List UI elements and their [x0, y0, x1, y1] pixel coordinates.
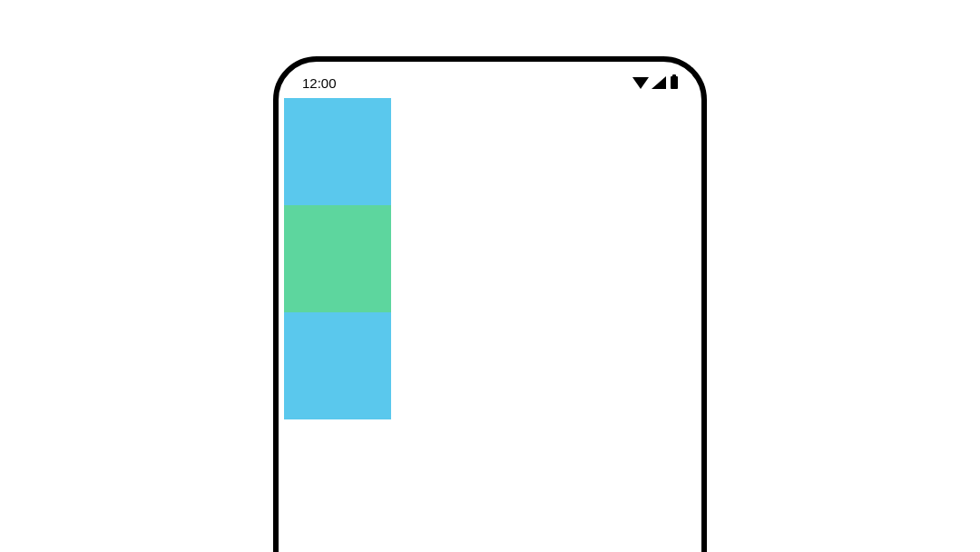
color-block-top	[284, 98, 391, 205]
color-column	[284, 98, 391, 419]
signal-icon	[652, 76, 666, 89]
battery-icon	[671, 76, 678, 89]
phone-frame: 12:00	[273, 56, 707, 552]
color-block-middle	[284, 205, 391, 312]
wifi-icon	[632, 77, 649, 89]
status-time: 12:00	[302, 75, 337, 91]
status-bar: 12:00	[279, 62, 701, 98]
content-area	[279, 98, 701, 419]
color-block-bottom	[284, 312, 391, 419]
status-icons	[632, 76, 678, 89]
